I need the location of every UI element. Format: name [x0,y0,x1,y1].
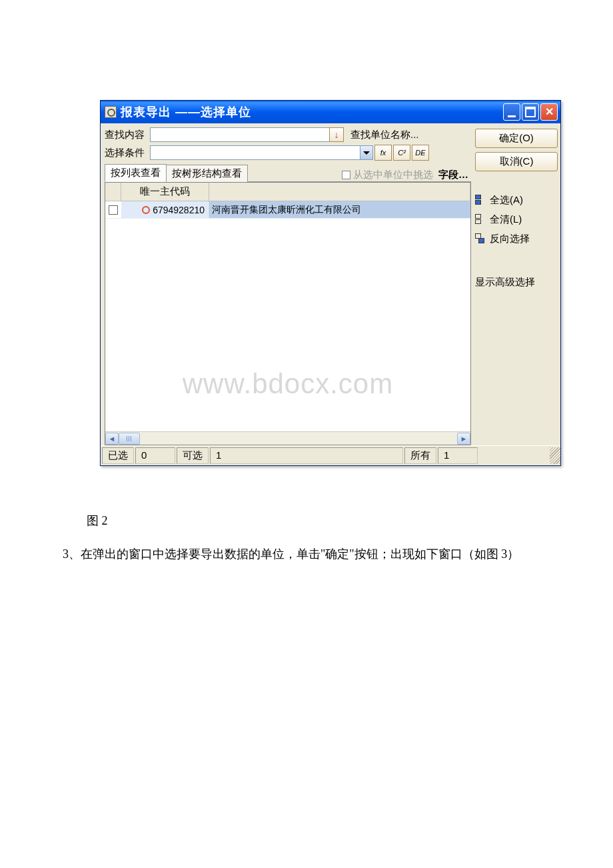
col-header-check[interactable] [105,183,121,201]
fields-button[interactable]: 字段… [438,169,468,181]
search-down-arrow-button[interactable]: ↓ [329,127,344,142]
status-available-label: 可选 [177,447,209,464]
search-content-input[interactable] [150,127,330,142]
status-selected-label: 已选 [102,447,134,464]
titlebar: 报表导出 ——选择单位 [101,101,560,123]
minimize-button[interactable] [503,103,520,121]
row-marker-icon [142,206,150,214]
condition-input[interactable] [150,145,360,160]
clear-all-button[interactable]: 全清(L) [475,212,558,227]
row-name: 河南晋开集团太康昕洲化工有限公司 [209,201,470,218]
results-grid: 唯一主代码 6794928210 河南晋开集团太康昕洲化工有限公司 www.bd… [105,182,471,445]
scroll-thumb[interactable] [119,433,140,445]
app-icon [105,106,117,118]
table-row[interactable]: 6794928210 河南晋开集团太康昕洲化工有限公司 [105,201,470,219]
de-button[interactable]: DE [412,145,429,161]
search-unit-name-button[interactable]: 查找单位名称... [350,129,419,141]
show-advanced-button[interactable]: 显示高级选择 [475,275,558,290]
clear-all-icon [475,214,488,226]
window-title: 报表导出 ——选择单位 [121,104,503,120]
condition-label: 选择条件 [105,147,150,159]
statusbar: 已选 0 可选 1 所有 1 [101,445,560,465]
c2-button[interactable]: C² [393,145,410,161]
status-all-label: 所有 [404,447,436,464]
status-selected-value: 0 [135,447,175,464]
row-checkbox[interactable] [109,205,118,215]
condition-dropdown-button[interactable] [360,145,373,160]
tab-list-view[interactable]: 按列表查看 [105,164,167,182]
invert-icon [475,233,488,245]
instruction-text: 3、在弹出的窗口中选择要导出数据的单位，单击"确定"按钮；出现如下窗口（如图 3… [63,545,560,564]
invert-selection-button[interactable]: 反向选择 [475,231,558,247]
horizontal-scrollbar[interactable]: ◄ ► [105,431,470,445]
ok-button[interactable]: 确定(O) [475,129,558,148]
from-selected-label: 从选中单位中挑选 [353,169,433,181]
close-button[interactable] [540,103,558,121]
fx-button[interactable]: fx [374,145,392,161]
col-header-code[interactable]: 唯一主代码 [121,183,209,201]
tab-tree-view[interactable]: 按树形结构查看 [166,165,248,182]
select-all-icon [475,195,488,207]
resize-grip[interactable] [550,447,560,464]
select-all-button[interactable]: 全选(A) [475,193,558,208]
cancel-button[interactable]: 取消(C) [475,152,558,171]
row-code: 6794928210 [153,205,205,215]
search-content-label: 查找内容 [105,129,150,141]
figure-caption: 图 2 [87,513,613,529]
from-selected-checkbox[interactable] [342,171,350,179]
dialog-window: 报表导出 ——选择单位 查找内容 ↓ 查找单位名称... 选择条件 [100,100,561,466]
col-header-name[interactable] [209,183,470,201]
maximize-button[interactable] [522,103,539,121]
scroll-right-button[interactable]: ► [457,433,470,445]
watermark: www.bdocx.com [105,368,470,400]
status-all-value: 1 [438,447,478,464]
scroll-left-button[interactable]: ◄ [105,433,119,445]
status-available-value: 1 [210,447,403,464]
